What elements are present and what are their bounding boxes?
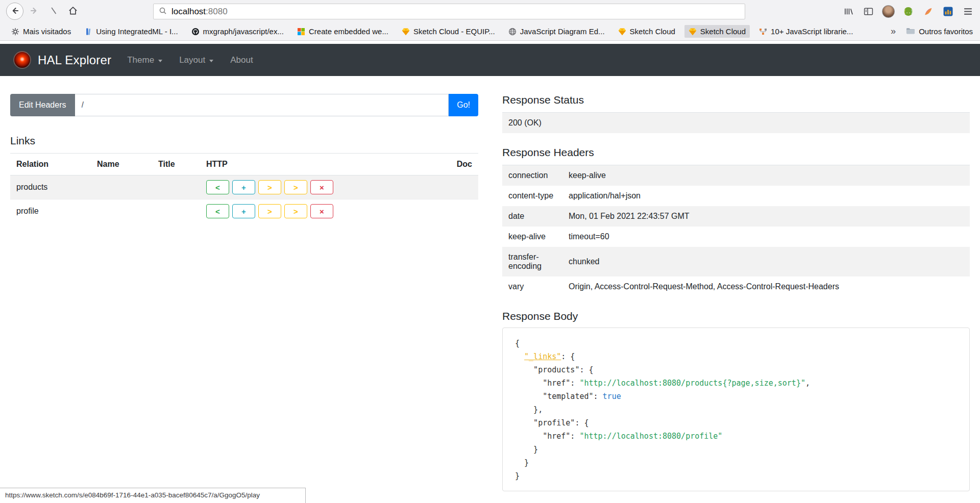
bookmarks-bar: Mais visitados Using IntegratedML - I...… xyxy=(0,22,980,40)
bookmark-item[interactable]: mxgraph/javascript/ex... xyxy=(187,25,288,38)
get-button[interactable]: < xyxy=(206,180,229,194)
bookmark-item[interactable]: JavaScript Diagram Ed... xyxy=(504,25,609,38)
status-url-tooltip: https://www.sketch.com/s/e084b69f-1716-4… xyxy=(0,488,306,503)
app-brand[interactable]: HAL Explorer xyxy=(38,53,111,67)
bookmark-item[interactable]: Create embedded we... xyxy=(293,25,393,38)
links-title: Links xyxy=(10,135,478,147)
browser-toolbar: localhost:8080 {..} xyxy=(0,0,980,22)
edit-headers-button[interactable]: Edit Headers xyxy=(10,94,75,116)
toolbar-right-icons: {..} xyxy=(840,0,976,22)
http-cell: <+>>× xyxy=(200,175,435,199)
post-button[interactable]: + xyxy=(232,204,255,218)
header-row: vary Origin, Access-Control-Request-Meth… xyxy=(502,276,970,297)
response-headers-table: connection keep-alive content-type appli… xyxy=(502,165,970,297)
main-content: Edit Headers Go! Links RelationNameTitle… xyxy=(0,76,980,491)
sketch-icon xyxy=(689,28,697,36)
back-button[interactable] xyxy=(6,3,23,20)
header-value: chunked xyxy=(562,247,970,276)
links-table-body: products <+>>× profile <+>>× xyxy=(10,175,478,223)
menu-icon[interactable] xyxy=(960,3,976,19)
reload-button[interactable] xyxy=(45,3,62,20)
delete-button[interactable]: × xyxy=(310,180,333,194)
forward-button[interactable] xyxy=(26,3,43,20)
request-panel: Edit Headers Go! Links RelationNameTitle… xyxy=(10,94,478,491)
header-name: transfer-encoding xyxy=(502,247,562,276)
bookmarks-overflow-chevron[interactable]: » xyxy=(888,26,899,37)
column-header: HTTP xyxy=(200,154,435,175)
chevron-down-icon xyxy=(209,60,213,62)
table-row: products <+>>× xyxy=(10,175,478,199)
header-row: content-type application/hal+json xyxy=(502,186,970,206)
delete-button[interactable]: × xyxy=(310,204,333,218)
slash-icon xyxy=(48,6,59,17)
code-line: "href": "http://localhost:8080/products{… xyxy=(515,376,957,390)
sketch-icon xyxy=(402,28,410,36)
response-body-box: { "_links": { "products": { "href": "htt… xyxy=(502,328,970,491)
profile-avatar[interactable] xyxy=(880,3,896,19)
header-value: Origin, Access-Control-Request-Method, A… xyxy=(562,276,970,297)
nav-menu-item-about[interactable]: About xyxy=(230,55,253,65)
code-line: { xyxy=(515,337,957,350)
code-line: "templated": true xyxy=(515,390,957,403)
microsoft-icon xyxy=(297,28,305,36)
bookmark-item[interactable]: Sketch Cloud xyxy=(684,25,750,38)
other-bookmarks-button[interactable]: Outros favoritos xyxy=(906,27,973,36)
title-cell xyxy=(152,175,200,199)
nav-menu-item-layout[interactable]: Layout xyxy=(179,55,213,65)
extension-json-icon[interactable]: {..} xyxy=(900,3,916,19)
put-button[interactable]: > xyxy=(258,204,281,218)
home-icon xyxy=(68,6,78,17)
other-bookmarks-label: Outros favoritos xyxy=(919,27,973,36)
gear-icon xyxy=(11,28,19,36)
code-line: "profile": { xyxy=(515,416,957,430)
home-button[interactable] xyxy=(64,3,82,20)
sidebar-icon[interactable] xyxy=(860,3,876,19)
response-headers-body: connection keep-alive content-type appli… xyxy=(502,165,970,297)
put-button[interactable]: > xyxy=(258,180,281,194)
sketch-icon xyxy=(618,28,626,36)
header-value: Mon, 01 Feb 2021 22:43:57 GMT xyxy=(562,206,970,227)
code-line: "products": { xyxy=(515,363,957,376)
bookmark-item[interactable]: Sketch Cloud - EQUIP... xyxy=(398,25,499,38)
bookmark-item[interactable]: Sketch Cloud xyxy=(614,25,679,38)
patch-button[interactable]: > xyxy=(284,180,307,194)
extension-screenshot-icon[interactable] xyxy=(920,3,936,19)
hal-logo-icon xyxy=(13,51,31,69)
go-button[interactable]: Go! xyxy=(449,94,478,116)
code-line: } xyxy=(515,469,957,483)
globe-icon xyxy=(508,28,517,36)
browser-chrome: localhost:8080 {..} xyxy=(0,0,980,41)
navbar-menu: Theme Layout About xyxy=(127,55,270,65)
title-cell xyxy=(152,199,200,223)
response-panel: Response Status 200 (OK) Response Header… xyxy=(502,94,970,491)
url-text: localhost:8080 xyxy=(172,7,228,17)
nav-menu-item-theme[interactable]: Theme xyxy=(127,55,162,65)
get-button[interactable]: < xyxy=(206,204,229,218)
name-cell xyxy=(91,175,152,199)
extension-stats-icon[interactable] xyxy=(940,3,956,19)
code-line: "_links": { xyxy=(515,350,957,363)
uri-input[interactable] xyxy=(75,94,449,116)
doc-cell xyxy=(435,175,478,199)
relation-cell: products xyxy=(10,175,91,199)
bookmark-item[interactable]: Using IntegratedML - I... xyxy=(80,25,182,38)
folder-icon xyxy=(906,27,915,36)
header-name: date xyxy=(502,206,562,227)
bookmark-item[interactable]: Mais visitados xyxy=(7,25,75,38)
post-button[interactable]: + xyxy=(232,180,255,194)
header-row: transfer-encoding chunked xyxy=(502,247,970,276)
patch-button[interactable]: > xyxy=(284,204,307,218)
github-icon xyxy=(191,28,200,36)
diagram-icon xyxy=(759,28,767,36)
column-header: Doc xyxy=(435,154,478,175)
bookmark-item[interactable]: 10+ JavaScript librarie... xyxy=(755,25,857,38)
links-table: RelationNameTitleHTTPDoc products <+>>× … xyxy=(10,153,478,223)
code-line: }, xyxy=(515,403,957,416)
http-cell: <+>>× xyxy=(200,199,435,223)
library-icon[interactable] xyxy=(840,3,856,19)
chevron-down-icon xyxy=(158,60,162,62)
response-body-title: Response Body xyxy=(502,310,970,322)
response-body-code: { "_links": { "products": { "href": "htt… xyxy=(515,337,957,483)
status-row: 200 (OK) xyxy=(502,113,970,134)
url-input[interactable]: localhost:8080 xyxy=(153,4,745,19)
